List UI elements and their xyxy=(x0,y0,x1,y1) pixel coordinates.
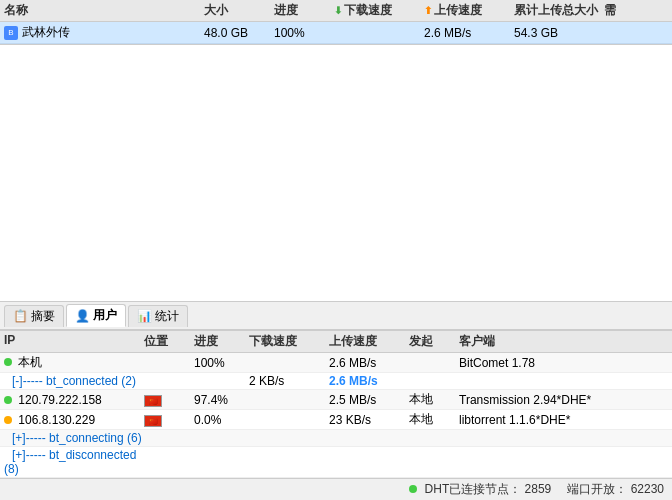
tab-stats[interactable]: 📊 统计 xyxy=(128,305,188,327)
ph-ip: IP xyxy=(4,333,144,350)
torrent-progress-cell: 100% xyxy=(274,26,334,40)
peer-row-bt-connected[interactable]: [-]----- bt_connected (2) 2 KB/s 2.6 MB/… xyxy=(0,373,672,390)
peer-ul-2: 2.5 MB/s xyxy=(329,393,409,407)
ph-client: 客户端 xyxy=(459,333,668,350)
peer-from-3: 本地 xyxy=(409,411,459,428)
peer-row-bt-disconnected[interactable]: [+]----- bt_disconnected (8) xyxy=(0,447,672,478)
torrent-file-icon: B xyxy=(4,26,18,40)
torrent-ul-cell: 2.6 MB/s xyxy=(424,26,514,40)
file-list-area xyxy=(0,45,672,302)
torrent-total-cell: 54.3 GB xyxy=(514,26,604,40)
col-size-header: 大小 xyxy=(204,2,274,19)
peer-client-3: libtorrent 1.1.6*DHE* xyxy=(459,413,668,427)
tree-connected-label: [-]----- bt_connected (2) xyxy=(4,374,136,388)
tab-summary-label: 摘要 xyxy=(31,308,55,325)
ph-dl: 下载速度 xyxy=(249,333,329,350)
ph-ul: 上传速度 xyxy=(329,333,409,350)
col-dl-header: ⬇ 下载速度 xyxy=(334,2,424,19)
tab-peers-label: 用户 xyxy=(93,307,117,324)
peer-prog-2: 97.4% xyxy=(194,393,249,407)
tab-peers[interactable]: 👤 用户 xyxy=(66,304,126,327)
upload-arrow-icon: ⬆ xyxy=(424,5,432,16)
peer-ul-1-highlight: 2.6 MB/s xyxy=(329,374,378,388)
peer-ip-connecting: [+]----- bt_connecting (6) xyxy=(4,431,144,445)
ph-loc: 位置 xyxy=(144,333,194,350)
peer-prog-3: 0.0% xyxy=(194,413,249,427)
dot-green-icon xyxy=(4,358,12,366)
torrent-section: 名称 大小 进度 ⬇ 下载速度 ⬆ 上传速度 累计上传总大小 需 B 武林外传 … xyxy=(0,0,672,45)
status-bar: DHT已连接节点： 2859 端口开放： 62230 xyxy=(0,478,672,500)
ph-prog: 进度 xyxy=(194,333,249,350)
peer-client-2: Transmission 2.94*DHE* xyxy=(459,393,668,407)
col-total-header: 累计上传总大小 xyxy=(514,2,604,19)
peer-loc-3: 🇨🇳 xyxy=(144,413,194,427)
dot-green-120 xyxy=(4,396,12,404)
torrent-name-cell: B 武林外传 xyxy=(4,24,204,41)
peer-ul-3: 23 KB/s xyxy=(329,413,409,427)
peers-icon: 👤 xyxy=(75,309,90,323)
peer-ip-disconnected: [+]----- bt_disconnected (8) xyxy=(4,448,144,476)
col-progress-header: 进度 xyxy=(274,2,334,19)
peer-ip-local: 本机 xyxy=(4,354,144,371)
peer-from-2: 本地 xyxy=(409,391,459,408)
tree-disconnected-label: [+]----- bt_disconnected (8) xyxy=(4,448,136,476)
peer-row-120[interactable]: 120.79.222.158 🇨🇳 97.4% 2.5 MB/s 本地 Tran… xyxy=(0,390,672,410)
stats-icon: 📊 xyxy=(137,309,152,323)
col-ul-header: ⬆ 上传速度 xyxy=(424,2,514,19)
dht-count: 2859 xyxy=(525,482,552,496)
peer-loc-2: 🇨🇳 xyxy=(144,393,194,407)
peer-row-local[interactable]: 本机 100% 2.6 MB/s BitComet 1.78 xyxy=(0,353,672,373)
dot-yellow-106 xyxy=(4,416,12,424)
peer-dl-1: 2 KB/s xyxy=(249,374,329,388)
tab-summary[interactable]: 📋 摘要 xyxy=(4,305,64,327)
flag-cn-106: 🇨🇳 xyxy=(144,415,162,427)
peer-ul-0: 2.6 MB/s xyxy=(329,356,409,370)
port-status: 端口开放： 62230 xyxy=(567,481,664,498)
tree-connecting-label: [+]----- bt_connecting (6) xyxy=(4,431,142,445)
download-arrow-icon: ⬇ xyxy=(334,5,342,16)
peer-ul-1: 2.6 MB/s xyxy=(329,374,409,388)
dht-green-dot xyxy=(409,485,417,493)
tab-bar: 📋 摘要 👤 用户 📊 统计 xyxy=(0,302,672,331)
port-label: 端口开放： xyxy=(567,482,627,496)
summary-icon: 📋 xyxy=(13,309,28,323)
peer-prog-0: 100% xyxy=(194,356,249,370)
col-need-header: 需 xyxy=(604,2,664,19)
peer-client-0: BitComet 1.78 xyxy=(459,356,668,370)
port-number: 62230 xyxy=(631,482,664,496)
torrent-name: 武林外传 xyxy=(22,24,70,41)
torrent-size-cell: 48.0 GB xyxy=(204,26,274,40)
peer-row-106[interactable]: 106.8.130.229 🇨🇳 0.0% 23 KB/s 本地 libtorr… xyxy=(0,410,672,430)
ph-from: 发起 xyxy=(409,333,459,350)
torrent-row[interactable]: B 武林外传 48.0 GB 100% 2.6 MB/s 54.3 GB xyxy=(0,22,672,44)
peer-ip-connected: [-]----- bt_connected (2) xyxy=(4,374,144,388)
peer-row-bt-connecting[interactable]: [+]----- bt_connecting (6) xyxy=(0,430,672,447)
torrent-header: 名称 大小 进度 ⬇ 下载速度 ⬆ 上传速度 累计上传总大小 需 xyxy=(0,0,672,22)
dht-status: DHT已连接节点： 2859 xyxy=(409,481,551,498)
flag-cn-icon: 🇨🇳 xyxy=(144,395,162,407)
tab-stats-label: 统计 xyxy=(155,308,179,325)
peer-table-header: IP 位置 进度 下载速度 上传速度 发起 客户端 xyxy=(0,331,672,353)
peer-ip-120: 120.79.222.158 xyxy=(4,393,144,407)
peer-ip-106: 106.8.130.229 xyxy=(4,413,144,427)
peer-section: IP 位置 进度 下载速度 上传速度 发起 客户端 本机 100% 2.6 MB… xyxy=(0,331,672,478)
dht-label: DHT已连接节点： xyxy=(425,482,522,496)
col-name-header: 名称 xyxy=(4,2,204,19)
